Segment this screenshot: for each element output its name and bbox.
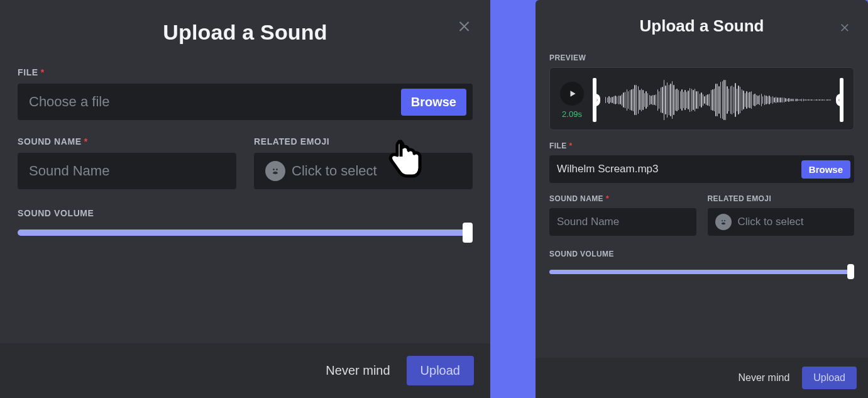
- sound-name-label: SOUND NAME*: [18, 136, 236, 146]
- modal-footer: Never mind Upload: [536, 358, 868, 398]
- file-input[interactable]: Wilhelm Scream.mp3 Browse: [549, 155, 854, 183]
- required-asterisk: *: [84, 136, 88, 146]
- slider-track: [18, 229, 473, 236]
- file-label: FILE*: [549, 141, 854, 150]
- upload-button[interactable]: Upload: [407, 356, 474, 385]
- browse-button[interactable]: Browse: [401, 89, 466, 116]
- sound-name-label: SOUND NAME*: [549, 194, 696, 203]
- modal-title: Upload a Sound: [163, 20, 327, 45]
- sound-volume-label: SOUND VOLUME: [18, 208, 473, 218]
- file-value: Wilhelm Scream.mp3: [557, 163, 801, 175]
- trim-handle-left[interactable]: ›: [593, 78, 596, 122]
- sound-name-placeholder: Sound Name: [29, 163, 230, 179]
- modal-body: FILE* Choose a file Browse SOUND NAME* S…: [0, 52, 490, 343]
- related-emoji-input[interactable]: Click to select: [708, 208, 855, 236]
- duration-text: 2.09s: [562, 109, 582, 119]
- upload-sound-modal-filled: Upload a Sound PREVIEW 2.09s › ‹: [536, 0, 868, 398]
- emoji-placeholder-icon: [715, 214, 732, 230]
- trim-handle-right[interactable]: ‹: [840, 78, 843, 122]
- preview-label: PREVIEW: [549, 53, 854, 62]
- modal-title: Upload a Sound: [640, 16, 764, 36]
- svg-point-0: [269, 165, 282, 177]
- slider-track: [549, 270, 854, 274]
- related-emoji-label: RELATED EMOJI: [254, 136, 473, 146]
- related-emoji-label: RELATED EMOJI: [708, 194, 855, 203]
- browse-button[interactable]: Browse: [801, 160, 850, 179]
- file-placeholder: Choose a file: [29, 94, 401, 110]
- modal-header: Upload a Sound: [0, 0, 490, 52]
- related-emoji-input[interactable]: Click to select: [254, 153, 473, 189]
- required-asterisk: *: [41, 67, 45, 77]
- modal-body: PREVIEW 2.09s › ‹ FILE*: [536, 42, 868, 358]
- sound-volume-label: SOUND VOLUME: [549, 250, 854, 258]
- upload-sound-modal-empty: Upload a Sound FILE* Choose a file Brows…: [0, 0, 490, 398]
- emoji-placeholder-text: Click to select: [292, 163, 466, 179]
- required-asterisk: *: [569, 141, 573, 150]
- slider-thumb[interactable]: [463, 223, 473, 243]
- close-icon: [458, 19, 473, 34]
- close-icon: [840, 22, 851, 33]
- required-asterisk: *: [606, 194, 609, 203]
- slider-thumb[interactable]: [847, 264, 854, 279]
- nevermind-button[interactable]: Never mind: [738, 372, 789, 384]
- play-icon: [568, 89, 577, 98]
- waveform[interactable]: [605, 78, 831, 122]
- upload-button[interactable]: Upload: [802, 367, 857, 389]
- volume-slider[interactable]: [549, 263, 854, 280]
- sound-name-input[interactable]: Sound Name: [18, 153, 236, 189]
- file-input[interactable]: Choose a file Browse: [18, 84, 473, 120]
- play-button[interactable]: [560, 82, 584, 106]
- close-button[interactable]: [837, 19, 854, 36]
- emoji-placeholder-text: Click to select: [738, 216, 851, 228]
- volume-slider[interactable]: [18, 224, 473, 241]
- svg-point-1: [718, 217, 728, 227]
- nevermind-button[interactable]: Never mind: [326, 363, 390, 378]
- audio-preview: 2.09s › ‹: [549, 67, 854, 130]
- right-area: Upload a Sound PREVIEW 2.09s › ‹: [490, 0, 868, 398]
- modal-header: Upload a Sound: [536, 0, 868, 42]
- sound-name-input[interactable]: Sound Name: [549, 208, 696, 236]
- sound-name-placeholder: Sound Name: [557, 216, 693, 228]
- file-label: FILE*: [18, 67, 473, 77]
- close-button[interactable]: [456, 18, 474, 35]
- emoji-placeholder-icon: [265, 161, 285, 181]
- modal-footer: Never mind Upload: [0, 343, 490, 398]
